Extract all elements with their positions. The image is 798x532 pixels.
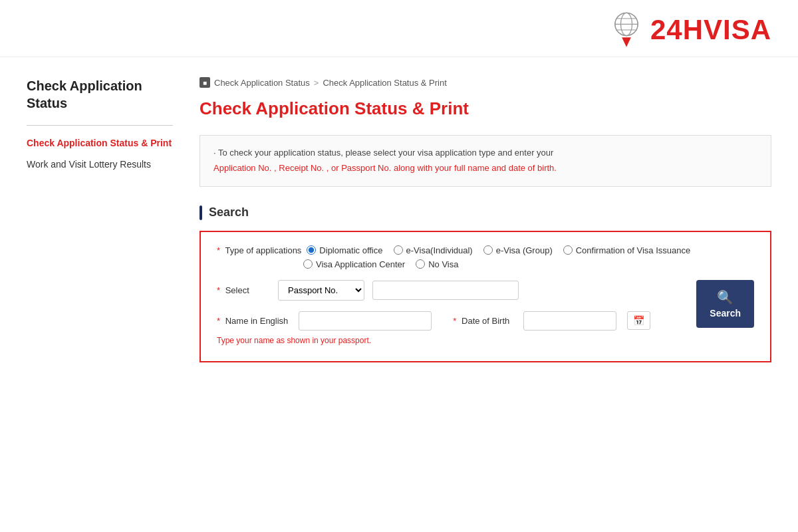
form-fields-area: * Select Passport No. Application No. Re…	[217, 280, 683, 345]
info-box: · To check your application status, plea…	[200, 135, 771, 187]
radio-diplomatic-input[interactable]	[307, 245, 316, 255]
radio-evisa-individual-input[interactable]	[394, 245, 403, 255]
name-label: * Name in English	[217, 316, 288, 326]
breadcrumb-separator: >	[314, 78, 319, 88]
radio-visa-center-label: Visa Application Center	[316, 259, 405, 269]
search-title-text: Search	[209, 205, 249, 219]
required-star-type: *	[217, 245, 220, 255]
form-with-search-container: * Select Passport No. Application No. Re…	[217, 280, 754, 345]
dob-label: * Date of Birth	[453, 316, 513, 326]
dob-input[interactable]	[523, 311, 616, 331]
sidebar: Check Application Status Check Applicati…	[27, 77, 173, 362]
radio-visa-center[interactable]: Visa Application Center	[303, 259, 405, 269]
search-button-label: Search	[710, 308, 741, 319]
radio-confirmation-label: Confirmation of Visa Issuance	[576, 245, 690, 255]
logo-icon	[606, 10, 646, 50]
app-type-row: * Type of applications Diplomatic office…	[217, 245, 754, 255]
radio-evisa-individual-label: e-Visa(Individual)	[406, 245, 473, 255]
radio-evisa-group-input[interactable]	[483, 245, 493, 255]
radio-group-primary: Diplomatic office e-Visa(Individual) e-V…	[307, 245, 690, 255]
radio-no-visa-input[interactable]	[416, 259, 425, 269]
required-star-name: *	[217, 316, 220, 326]
sidebar-nav: Check Application Status & Print Work an…	[27, 125, 173, 175]
sidebar-title: Check Application Status	[27, 77, 173, 112]
breadcrumb-item-2: Check Application Status & Print	[323, 78, 446, 88]
radio-evisa-group-label: e-Visa (Group)	[496, 245, 553, 255]
radio-no-visa-label: No Visa	[428, 259, 458, 269]
passport-hint: Type your name as shown in your passport…	[217, 336, 683, 345]
page-title: Check Application Status & Print	[200, 98, 771, 119]
name-input[interactable]	[299, 311, 432, 331]
info-text-1: · To check your application status, plea…	[213, 146, 757, 160]
search-section: Search * Type of applications Diplomatic…	[200, 205, 771, 362]
select-dropdown[interactable]: Passport No. Application No. Receipt No.	[278, 280, 364, 301]
breadcrumb-item-1: Check Application Status	[214, 78, 310, 88]
sidebar-item-lottery[interactable]: Work and Visit Lottery Results	[27, 154, 173, 175]
search-button-icon: 🔍	[717, 289, 733, 305]
radio-evisa-group[interactable]: e-Visa (Group)	[483, 245, 553, 255]
radio-no-visa[interactable]: No Visa	[416, 259, 458, 269]
calendar-icon-button[interactable]: 📅	[627, 311, 650, 330]
sidebar-link-lottery[interactable]: Work and Visit Lottery Results	[27, 159, 173, 170]
info-text-2: Application No. , Receipt No. , or Passp…	[213, 162, 757, 176]
radio-diplomatic[interactable]: Diplomatic office	[307, 245, 382, 255]
search-button[interactable]: 🔍 Search	[696, 280, 754, 328]
radio-evisa-individual[interactable]: e-Visa(Individual)	[394, 245, 473, 255]
required-star-dob: *	[453, 316, 456, 326]
logo-container: 24HVISA	[606, 10, 771, 50]
search-form-box: * Type of applications Diplomatic office…	[200, 231, 771, 362]
breadcrumb: ■ Check Application Status > Check Appli…	[200, 77, 771, 88]
sidebar-link-check-print[interactable]: Check Application Status & Print	[27, 138, 173, 148]
content-area: ■ Check Application Status > Check Appli…	[200, 77, 771, 362]
select-value-input[interactable]	[372, 281, 519, 300]
search-section-title: Search	[200, 205, 771, 220]
type-of-apps-label: * Type of applications	[217, 245, 301, 255]
sidebar-item-check-print[interactable]: Check Application Status & Print	[27, 132, 173, 154]
svg-marker-5	[622, 37, 631, 47]
app-type-second-row: Visa Application Center No Visa	[303, 259, 754, 269]
main-layout: Check Application Status Check Applicati…	[0, 57, 798, 382]
logo-text: 24HVISA	[650, 14, 771, 46]
radio-confirmation-input[interactable]	[563, 245, 573, 255]
breadcrumb-icon: ■	[200, 77, 210, 88]
name-dob-row: * Name in English * Date of Birth 📅	[217, 311, 683, 331]
radio-confirmation[interactable]: Confirmation of Visa Issuance	[563, 245, 690, 255]
radio-diplomatic-label: Diplomatic office	[319, 245, 382, 255]
radio-visa-center-input[interactable]	[303, 259, 313, 269]
required-star-select: *	[217, 285, 220, 295]
search-title-bar	[200, 205, 202, 220]
select-row: * Select Passport No. Application No. Re…	[217, 280, 683, 301]
header: 24HVISA	[0, 0, 798, 57]
select-label: * Select	[217, 285, 270, 295]
